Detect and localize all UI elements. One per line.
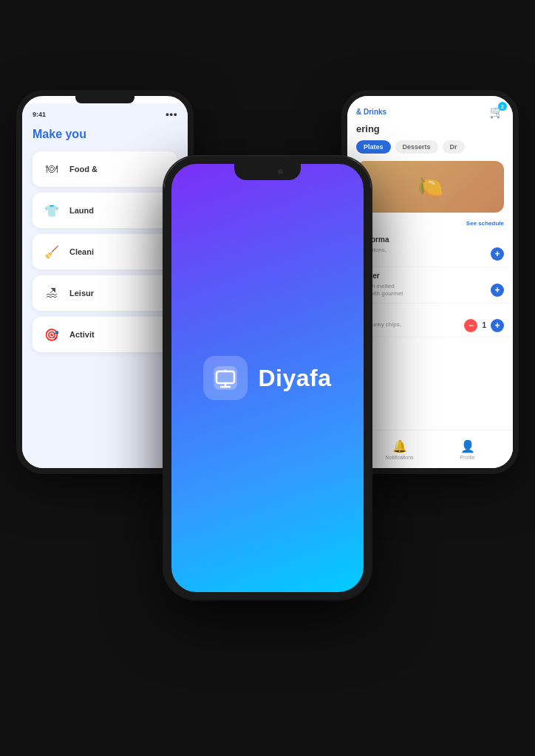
food-label: Food &	[69, 165, 98, 173]
dish-item-2: burger ed with meltedrved with gourmet +	[347, 267, 513, 303]
volume-up-button	[164, 230, 166, 252]
logo-icon	[203, 356, 248, 400]
tab-desserts[interactable]: Desserts	[395, 140, 438, 154]
volume-down-button	[164, 260, 166, 297]
dish-name-2: burger	[356, 272, 504, 280]
qty-minus-btn[interactable]: −	[464, 319, 477, 332]
leisure-label: Leisur	[69, 289, 94, 298]
cart-badge: 2	[498, 102, 507, 111]
svg-point-4	[225, 370, 227, 372]
food-icon: 🍽	[41, 159, 62, 179]
phone-center: Diyafa	[164, 157, 371, 599]
signal-icons: ●●●	[166, 111, 177, 118]
time: 9:41	[33, 111, 46, 118]
sub-title: ering	[347, 123, 513, 134]
dish-row-3: ck, chunky chips, − 1 +	[356, 319, 504, 332]
menu-item-cleaning[interactable]: 🧹 Cleani	[33, 234, 177, 269]
headline: Make you	[33, 127, 177, 141]
right-top-bar: & Drinks 🛒 2	[347, 96, 513, 123]
dish-name-1: en korma	[356, 236, 504, 244]
menu-item-food[interactable]: 🍽 Food &	[33, 151, 177, 187]
right-screen: & Drinks 🛒 2 ering Plates Desserts Dr 🍋 …	[347, 96, 513, 468]
logo-container: Diyafa	[203, 356, 331, 400]
status-bar: 9:41 ●●●	[33, 111, 177, 118]
tabs-row: Plates Desserts Dr	[347, 140, 513, 154]
dish-row-1: ic croutons,aesar +	[356, 247, 504, 262]
nav-profile[interactable]: 👤 Profile	[460, 439, 475, 460]
cleaning-icon: 🧹	[41, 241, 62, 262]
dish-row-2: ed with meltedrved with gourmet +	[356, 283, 504, 298]
diyafa-logo-svg	[212, 365, 239, 391]
cart-icon[interactable]: 🛒 2	[489, 105, 504, 119]
profile-icon: 👤	[460, 439, 475, 453]
activities-label: Activit	[69, 330, 95, 339]
activities-icon: 🎯	[41, 324, 62, 345]
left-screen: 9:41 ●●● Make you 🍽 Food & 👕 Laund 🧹 Cle…	[22, 103, 188, 474]
qty-value: 1	[482, 321, 486, 329]
dish-item-1: en korma ic croutons,aesar +	[347, 231, 513, 267]
cleaning-label: Cleani	[69, 247, 94, 256]
power-button	[369, 238, 371, 275]
menu-item-laundry[interactable]: 👕 Laund	[33, 193, 177, 228]
leisure-icon: 🏖	[41, 283, 62, 303]
food-image: 🍋	[356, 161, 504, 213]
tab-plates[interactable]: Plates	[356, 140, 391, 154]
center-notch	[234, 164, 301, 180]
dish-name-3: h	[356, 308, 504, 316]
bottom-nav: 🔔 Notifications 👤 Profile	[347, 430, 513, 468]
schedule-link[interactable]: See schedule	[466, 220, 504, 227]
tab-drinks[interactable]: Dr	[443, 140, 465, 154]
logo-text: Diyafa	[258, 365, 331, 392]
left-notch	[75, 96, 134, 103]
add-btn-2[interactable]: +	[491, 284, 504, 297]
menu-item-activities[interactable]: 🎯 Activit	[33, 317, 177, 352]
dish-item-3: h ck, chunky chips, − 1 +	[347, 303, 513, 337]
bell-icon: 🔔	[392, 439, 407, 453]
scene: 9:41 ●●● Make you 🍽 Food & 👕 Laund 🧹 Cle…	[16, 46, 519, 710]
laundry-icon: 👕	[41, 200, 62, 221]
add-btn-1[interactable]: +	[491, 247, 504, 261]
nav-notifications[interactable]: 🔔 Notifications	[385, 439, 413, 460]
profile-label: Profile	[460, 455, 475, 460]
notifications-label: Notifications	[385, 455, 413, 460]
qty-plus-btn[interactable]: +	[491, 319, 504, 332]
camera-dot	[278, 169, 283, 174]
menu-item-leisure[interactable]: 🏖 Leisur	[33, 275, 177, 311]
laundry-label: Laund	[69, 206, 94, 215]
section-title: & Drinks	[356, 108, 386, 116]
qty-control: − 1 +	[464, 319, 504, 332]
schedule-row: See schedule	[347, 220, 513, 227]
